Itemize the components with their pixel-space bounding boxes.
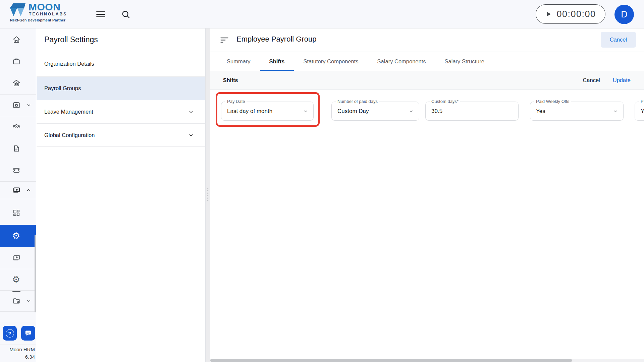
help-icon: ? bbox=[6, 329, 14, 338]
timer-value: 00:00:00 bbox=[556, 9, 596, 19]
hamburger-menu-icon[interactable] bbox=[96, 10, 105, 19]
timer-widget[interactable]: 00:00:00 bbox=[536, 4, 605, 24]
logo-brand-text: MOON bbox=[29, 1, 60, 13]
payments-money-icon bbox=[12, 253, 21, 262]
logo-sub-text: TECHNOLABS bbox=[29, 12, 67, 16]
section-title: Shifts bbox=[223, 77, 238, 83]
moon-technolabs-logo-icon bbox=[10, 3, 25, 18]
section-cancel-link[interactable]: Cancel bbox=[583, 77, 600, 83]
field-label: Pay Date bbox=[225, 99, 247, 104]
sidebar-item-asset-management[interactable] bbox=[0, 290, 36, 311]
sidebar-item-tickets[interactable] bbox=[0, 160, 36, 181]
payroll-money-icon bbox=[12, 186, 21, 194]
tab-shifts[interactable]: Shifts bbox=[260, 52, 294, 71]
sidebar-item-global-configuration[interactable]: Global Configuration bbox=[37, 123, 205, 147]
panel-resize-splitter[interactable] bbox=[206, 28, 210, 362]
field-value: 30.5 bbox=[431, 108, 442, 115]
field-value: Y bbox=[641, 108, 644, 115]
play-icon[interactable] bbox=[545, 11, 552, 17]
tab-salary-structure[interactable]: Salary Structure bbox=[435, 52, 494, 71]
sidebar-item-leave-management[interactable]: Leave Management bbox=[37, 100, 205, 123]
tab-bar: Summary Shifts Statutory Components Sala… bbox=[210, 52, 644, 71]
field-value: Custom Day bbox=[337, 108, 369, 115]
number-of-paid-days-select[interactable]: Number of paid days Custom Day bbox=[331, 102, 419, 121]
sidebar-item-payroll-settings[interactable]: ⚙ bbox=[0, 225, 36, 247]
pay-date-select[interactable]: Pay Date Last day of month bbox=[221, 102, 314, 121]
home-office-icon bbox=[12, 79, 21, 87]
field-label: Number of paid days bbox=[336, 99, 379, 104]
sidebar-item-payroll-dashboard[interactable] bbox=[0, 202, 36, 224]
horizontal-scrollbar-thumb[interactable] bbox=[210, 359, 572, 362]
sidebar-item-work-from-home[interactable] bbox=[0, 72, 36, 94]
clipped-rail-icon[interactable] bbox=[12, 291, 20, 292]
field-value: Last day of month bbox=[227, 108, 272, 115]
sidebar-item-home[interactable] bbox=[0, 29, 36, 50]
help-button[interactable]: ? bbox=[3, 326, 17, 341]
app-version: Moon HRM 6.34 bbox=[0, 346, 35, 361]
feedback-button[interactable] bbox=[21, 326, 35, 341]
chevron-down-icon bbox=[409, 109, 414, 114]
sidebar-item-label: Leave Management bbox=[44, 109, 93, 115]
top-bar: MOON TECHNOLABS Next-Gen Development Par… bbox=[0, 0, 644, 28]
sidebar-item-workspace[interactable] bbox=[0, 51, 36, 72]
custom-days-input[interactable]: Custom days* 30.5 bbox=[425, 102, 519, 121]
settings-gear-icon: ⚙ bbox=[12, 232, 20, 241]
sidebar-item-label: Organization Details bbox=[44, 61, 94, 67]
chevron-down-icon bbox=[26, 298, 31, 303]
tab-salary-components[interactable]: Salary Components bbox=[368, 52, 435, 71]
rail-scrollbar-thumb[interactable] bbox=[35, 235, 36, 312]
paid-weekly-offs-select[interactable]: Paid Weekly Offs Yes bbox=[530, 102, 624, 121]
search-icon[interactable] bbox=[121, 9, 131, 19]
field-label: Custom days* bbox=[430, 99, 460, 104]
horizontal-scrollbar bbox=[210, 359, 644, 362]
field-value: Yes bbox=[536, 108, 545, 115]
rail-divider bbox=[0, 199, 36, 199]
tab-summary[interactable]: Summary bbox=[217, 52, 260, 71]
rail-divider bbox=[0, 311, 36, 312]
app-name-text: Moon HRM bbox=[0, 346, 35, 353]
shifts-form: Pay Date Last day of month Number of pai… bbox=[210, 90, 644, 359]
sidebar-title: Payroll Settings bbox=[37, 28, 205, 51]
page-title: Employee Payroll Group bbox=[236, 35, 316, 44]
cancel-button[interactable]: Cancel bbox=[601, 32, 636, 48]
icon-rail: ⚙ ⚙ ? bbox=[0, 28, 36, 362]
sidebar-item-settings[interactable]: ⚙ bbox=[0, 269, 36, 290]
shifts-section-header: Shifts Cancel Update bbox=[210, 71, 644, 90]
sort-lines-icon[interactable] bbox=[220, 37, 228, 44]
sidebar-item-organization-details[interactable]: Organization Details bbox=[37, 51, 205, 76]
sidebar-item-label: Global Configuration bbox=[44, 132, 95, 138]
gear-icon: ⚙ bbox=[12, 275, 20, 284]
clipped-field-select[interactable]: P Y bbox=[635, 102, 644, 121]
dashboard-icon bbox=[12, 208, 21, 217]
field-label: P bbox=[639, 99, 644, 104]
sidebar-item-employees[interactable] bbox=[0, 116, 36, 137]
chevron-down-icon bbox=[188, 109, 194, 115]
sidebar-item-attendance[interactable] bbox=[0, 94, 36, 116]
sidebar-item-payroll-groups[interactable]: Payroll Groups bbox=[37, 76, 205, 100]
tab-statutory-components[interactable]: Statutory Components bbox=[294, 52, 368, 71]
sidebar-item-payments[interactable] bbox=[0, 247, 36, 268]
chat-bubble-icon bbox=[24, 329, 33, 338]
field-label: Paid Weekly Offs bbox=[534, 99, 571, 104]
logo-tagline: Next-Gen Development Partner bbox=[10, 18, 65, 22]
home-icon bbox=[12, 35, 21, 44]
topbar-divider bbox=[109, 0, 109, 28]
briefcase-icon bbox=[12, 57, 21, 66]
section-update-link[interactable]: Update bbox=[613, 77, 631, 83]
sidebar-item-payroll[interactable] bbox=[0, 181, 36, 199]
rail-divider bbox=[0, 345, 36, 345]
chevron-down-icon bbox=[613, 109, 618, 114]
settings-sidebar: Payroll Settings Organization Details Pa… bbox=[37, 28, 206, 362]
user-avatar[interactable]: D bbox=[614, 5, 634, 24]
rail-divider bbox=[0, 321, 36, 321]
chevron-down-icon bbox=[303, 109, 308, 114]
chevron-down-icon bbox=[188, 132, 194, 138]
chevron-up-icon bbox=[26, 188, 31, 193]
folder-settings-icon bbox=[12, 297, 21, 305]
drag-handle-icon bbox=[207, 188, 209, 202]
chevron-down-icon bbox=[26, 103, 31, 108]
document-icon bbox=[12, 144, 21, 153]
ticket-icon bbox=[12, 166, 21, 175]
main-header: Employee Payroll Group Cancel bbox=[210, 28, 644, 52]
sidebar-item-documents[interactable] bbox=[0, 138, 36, 159]
